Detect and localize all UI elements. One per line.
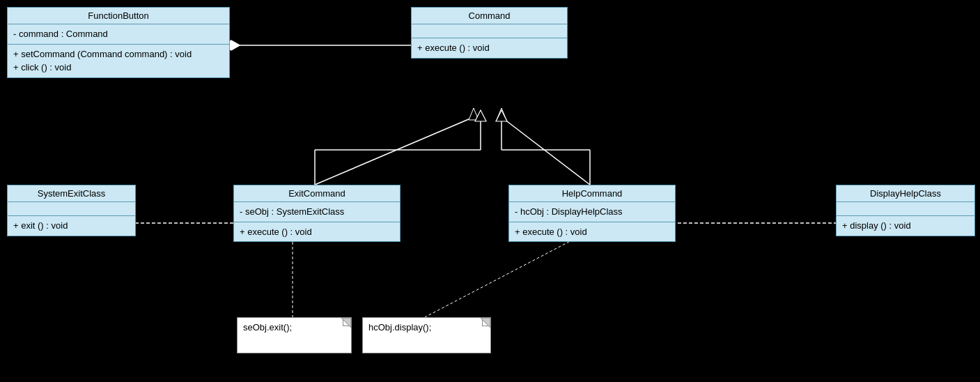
diagram-container: FunctionButton - command : Command + set… bbox=[0, 0, 980, 382]
svg-marker-4 bbox=[469, 108, 479, 120]
class-section-Command-methods: + execute () : void bbox=[412, 38, 567, 58]
class-section-DisplayHelpClass-methods: + display () : void bbox=[837, 216, 974, 236]
note-seObj-exit: seObj.exit(); bbox=[237, 317, 352, 353]
note-hcObj-display: hcObj.display(); bbox=[362, 317, 491, 353]
class-section-ExitCommand-attrs: - seObj : SystemExitClass bbox=[234, 202, 400, 222]
class-header-SystemExitClass: SystemExitClass bbox=[8, 185, 135, 202]
class-section-FunctionButton-attrs: - command : Command bbox=[8, 24, 229, 45]
class-section-FunctionButton-methods: + setCommand (Command command) : void + … bbox=[8, 45, 229, 77]
class-DisplayHelpClass: DisplayHelpClass + display () : void bbox=[836, 185, 975, 236]
class-SystemExitClass: SystemExitClass + exit () : void bbox=[7, 185, 136, 236]
class-header-DisplayHelpClass: DisplayHelpClass bbox=[837, 185, 974, 202]
class-section-Command-attrs bbox=[412, 24, 567, 38]
class-header-ExitCommand: ExitCommand bbox=[234, 185, 400, 202]
svg-line-3 bbox=[501, 117, 590, 185]
svg-line-2 bbox=[315, 117, 474, 185]
svg-marker-18 bbox=[341, 318, 351, 328]
svg-marker-13 bbox=[496, 110, 507, 121]
class-ExitCommand: ExitCommand - seObj : SystemExitClass + … bbox=[233, 185, 400, 242]
class-section-SystemExitClass-attrs bbox=[8, 202, 135, 216]
note-text-1: seObj.exit(); bbox=[238, 318, 351, 337]
class-Command: Command + execute () : void bbox=[411, 7, 568, 59]
class-section-ExitCommand-methods: + execute () : void bbox=[234, 222, 400, 242]
svg-marker-5 bbox=[497, 108, 506, 120]
svg-line-17 bbox=[425, 237, 578, 317]
note-text-2: hcObj.display(); bbox=[363, 318, 490, 337]
class-FunctionButton: FunctionButton - command : Command + set… bbox=[7, 7, 230, 78]
class-section-HelpCommand-methods: + execute () : void bbox=[509, 222, 675, 242]
class-section-DisplayHelpClass-attrs bbox=[837, 202, 974, 216]
svg-marker-19 bbox=[481, 318, 490, 328]
class-header-HelpCommand: HelpCommand bbox=[509, 185, 675, 202]
class-HelpCommand: HelpCommand - hcObj : DisplayHelpClass +… bbox=[508, 185, 676, 242]
class-section-SystemExitClass-methods: + exit () : void bbox=[8, 216, 135, 236]
class-section-HelpCommand-attrs: - hcObj : DisplayHelpClass bbox=[509, 202, 675, 222]
class-header-FunctionButton: FunctionButton bbox=[8, 8, 229, 24]
class-header-Command: Command bbox=[412, 8, 567, 24]
svg-marker-12 bbox=[475, 110, 486, 121]
